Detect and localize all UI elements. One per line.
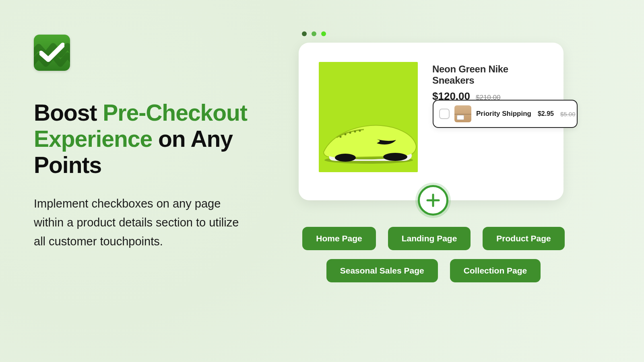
chip-product-page[interactable]: Product Page — [483, 227, 564, 250]
chip-seasonal-sales[interactable]: Seasonal Sales Page — [326, 259, 438, 282]
chip-collection-page[interactable]: Collection Page — [450, 259, 541, 282]
package-icon — [454, 105, 471, 122]
upsell-compare-price: $5.00 — [560, 111, 576, 117]
upsell-row[interactable]: Priority Shipping $2.95 $5.00 — [433, 100, 578, 128]
app-logo — [34, 35, 70, 71]
upsell-checkbox[interactable] — [439, 109, 450, 119]
subheadline: Implement checkboxes on any page within … — [34, 194, 247, 251]
product-image — [319, 62, 418, 172]
sneaker-illustration — [319, 105, 418, 165]
svg-point-7 — [359, 130, 361, 132]
chip-home-page[interactable]: Home Page — [302, 227, 376, 250]
add-connector — [418, 185, 448, 216]
svg-point-5 — [349, 132, 351, 134]
product-title: Neon Green Nike Sneakers — [432, 64, 547, 86]
upsell-label: Priority Shipping — [476, 110, 531, 118]
plus-icon — [425, 193, 441, 208]
traffic-dot-1 — [302, 31, 307, 36]
window-traffic-lights — [299, 31, 572, 36]
svg-point-3 — [340, 136, 342, 138]
plus-circle — [418, 185, 448, 216]
upsell-price: $2.95 — [538, 110, 554, 117]
marketing-copy: Boost Pre-Checkout Experience on Any Poi… — [34, 35, 259, 251]
traffic-dot-3 — [321, 31, 326, 36]
svg-point-4 — [345, 134, 347, 136]
checkmark-icon — [39, 43, 64, 63]
traffic-dot-2 — [312, 31, 316, 36]
svg-point-6 — [354, 131, 356, 133]
headline: Boost Pre-Checkout Experience on Any Poi… — [34, 100, 259, 178]
headline-part-1: Boost — [34, 100, 103, 125]
svg-point-2 — [383, 153, 407, 161]
svg-point-1 — [335, 154, 356, 162]
chip-landing-page[interactable]: Landing Page — [388, 227, 471, 250]
page-type-chips: Home Page Landing Page Product Page Seas… — [299, 227, 568, 282]
